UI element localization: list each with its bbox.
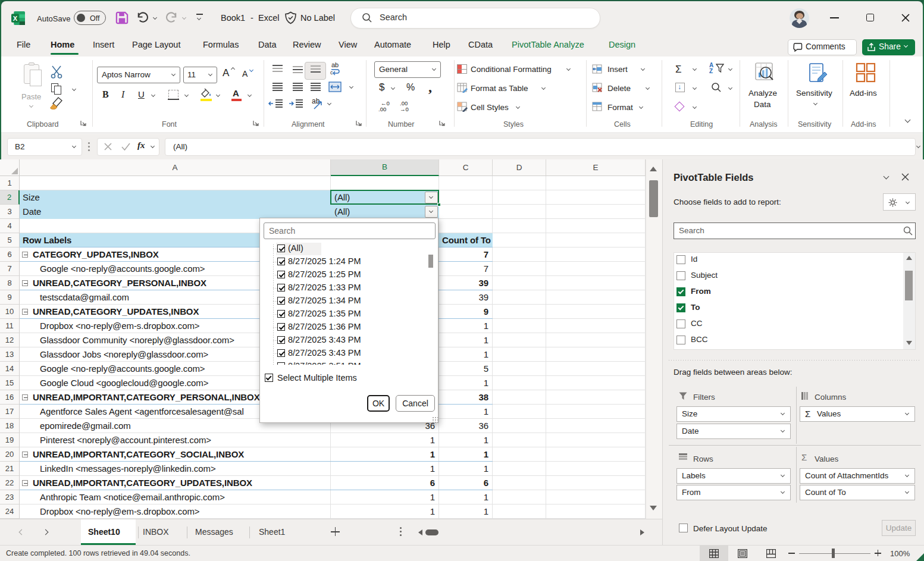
svg-text:X: X <box>13 15 18 22</box>
svg-text:c: c <box>330 70 333 76</box>
